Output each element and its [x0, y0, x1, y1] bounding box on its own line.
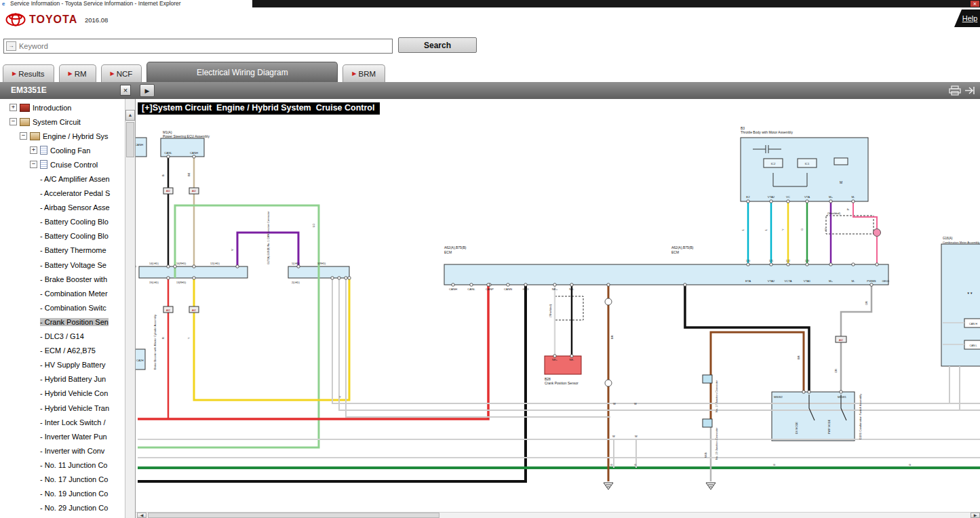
tree-item-no-19-junction-co[interactable]: - No. 19 Junction Co [0, 487, 125, 501]
tree-item-inverter-with-conv[interactable]: - Inverter with Conv [0, 443, 125, 458]
diagram-label: Y [339, 395, 341, 399]
expand-icon[interactable]: + [9, 104, 17, 111]
diagram-label: W [634, 402, 637, 405]
tree-item-cooling-fan[interactable]: +Cooling Fan [0, 143, 125, 157]
tab-rm[interactable]: ▶RM [59, 64, 96, 82]
tree-item-label: - A/C Amplifier Assen [40, 175, 110, 183]
expand-icon[interactable]: + [30, 146, 37, 154]
wiring-diagram-svg: M1(A)Power Steering ECU AssemblyCANLCANH… [136, 115, 980, 512]
sidebar-toggle-button[interactable]: ▶ [140, 84, 155, 97]
diagram-label: No. 19 Junction Connector [715, 427, 718, 460]
tab-arrow-icon: ▶ [352, 71, 356, 77]
tree-item-a-c-amplifier-assen[interactable]: - A/C Amplifier Assen [0, 172, 125, 186]
tree-item-battery-thermome[interactable]: - Battery Thermome [0, 243, 125, 258]
keyword-input[interactable] [18, 39, 392, 53]
diagram-wire [339, 278, 980, 410]
diagram-node [193, 277, 195, 279]
diagram-label: ▼▼ [967, 292, 973, 295]
tree-item-accelerator-pedal-s[interactable]: - Accelerator Pedal S [0, 186, 125, 201]
diagram-label: Brake Booster with Master Cylinder Assem… [153, 315, 157, 370]
scroll-left-icon[interactable]: ◀ [137, 513, 146, 518]
diagram-label: M- [851, 279, 855, 283]
tree-item-no-29-junction-co[interactable]: - No. 29 Junction Co [0, 501, 125, 515]
tree-item-cruise-control[interactable]: −Cruise Control [0, 157, 125, 172]
tree-item-engine-hybrid-sys[interactable]: −Engine / Hybrid Sys [0, 129, 125, 143]
diagram-label: Y [187, 337, 191, 339]
diagram-node [840, 391, 842, 393]
tree-item-hybrid-battery-jun[interactable]: - Hybrid Battery Jun [0, 372, 125, 386]
diagram-label: CAN H [969, 323, 977, 325]
diagram-node [470, 283, 473, 286]
ie-icon: e [2, 1, 8, 7]
tab-results[interactable]: ▶Results [3, 64, 54, 82]
tree-item-system-circuit[interactable]: −System Circuit [0, 115, 125, 129]
tree-item-label: Cruise Control [50, 161, 98, 169]
diagram-node [806, 200, 808, 203]
tree-item-hybrid-vehicle-con[interactable]: - Hybrid Vehicle Con [0, 386, 125, 401]
export-arrow-icon[interactable] [964, 85, 976, 96]
diagram-label: Power Steering ECU Assembly [163, 134, 210, 138]
tree-item-label: - No. 19 Junction Co [40, 490, 108, 498]
scroll-right-icon[interactable]: ▶ [971, 513, 980, 518]
tab-bar: ▶Results▶RM▶NCFElectrical Wiring Diagram… [0, 62, 980, 82]
print-icon[interactable] [949, 85, 961, 96]
tree-item-label: Introduction [33, 104, 71, 112]
diagram-label: W [635, 435, 638, 438]
diagram-label: IC2 [771, 162, 776, 165]
diagram-box [826, 216, 874, 234]
diagram-node [605, 298, 612, 305]
tab-label: Results [18, 70, 44, 78]
diagram-label: G [634, 463, 636, 466]
diagram-title: [+]System Circuit Engine / Hybrid System… [138, 102, 380, 115]
collapse-icon[interactable]: − [30, 161, 37, 168]
tab-electrical-wiring-diagram[interactable]: Electrical Wiring Diagram [146, 62, 338, 82]
diagram-label: CANH [136, 143, 143, 146]
diagram-label: 122 [786, 260, 790, 262]
tree-item-no-17-junction-co[interactable]: - No. 17 Junction Co [0, 472, 125, 486]
diagram-label: G17(A),G18(B) No. 1 CAN Junction Connect… [267, 211, 270, 264]
diagram-box [834, 158, 848, 165]
diagram-node [874, 229, 881, 237]
window-close-button[interactable]: ✕ [971, 1, 979, 7]
horizontal-scroll-thumb[interactable] [148, 513, 439, 518]
tree-item-no-11-junction-co[interactable]: - No. 11 Junction Co [0, 458, 125, 472]
sidebar-close-button[interactable]: × [120, 85, 131, 96]
tree-item-airbag-sensor-asse[interactable]: - Airbag Sensor Asse [0, 201, 125, 215]
diagram-wire [346, 278, 610, 417]
diagram-wire [138, 205, 319, 447]
diagram-label: ETA [745, 279, 751, 283]
diagram-label: G [800, 228, 804, 231]
tab-brm[interactable]: ▶BRM [342, 64, 385, 82]
window-controls-strip: ✕ [252, 0, 980, 7]
tree-item-battery-voltage-se[interactable]: - Battery Voltage Se [0, 258, 125, 272]
tree-item-crank-position-sen[interactable]: - Crank Position Sen [0, 315, 125, 329]
tree-item-dlc3-g14[interactable]: - DLC3 / G14 [0, 330, 125, 344]
tree-item-combination-meter[interactable]: - Combination Meter [0, 286, 125, 300]
tree-item-inverter-water-pun[interactable]: - Inverter Water Pun [0, 429, 125, 443]
ground-symbol [604, 483, 613, 490]
tree-item-brake-booster-with[interactable]: - Brake Booster with [0, 272, 125, 286]
search-button[interactable]: Search [398, 37, 477, 53]
diagram-label: R [161, 337, 165, 339]
tree-item-label: - Hybrid Vehicle Con [40, 389, 108, 397]
help-button[interactable]: Help [954, 9, 980, 27]
tree-item-battery-cooling-blo[interactable]: - Battery Cooling Blo [0, 229, 125, 243]
collapse-icon[interactable]: − [9, 118, 17, 125]
tree-item-introduction[interactable]: +Introduction [0, 100, 125, 115]
tree-item-label: - Hybrid Vehicle Tran [40, 404, 109, 412]
collapse-icon[interactable]: − [20, 132, 27, 140]
tree-item-combination-switc[interactable]: - Combination Switc [0, 300, 125, 315]
tree-item-inter-lock-switch[interactable]: - Inter Lock Switch / [0, 415, 125, 429]
tree-item-ecm-a62-b75[interactable]: - ECM / A62,B75 [0, 344, 125, 358]
tab-ncf[interactable]: ▶NCF [101, 64, 142, 82]
diagram-label: 123 [805, 260, 809, 262]
tree-item-hv-supply-battery[interactable]: - HV Supply Battery [0, 358, 125, 372]
scroll-up-icon[interactable]: ▲ [125, 110, 135, 121]
tree-item-hybrid-vehicle-tran[interactable]: - Hybrid Vehicle Tran [0, 401, 125, 415]
sidebar-scroll-thumb[interactable] [126, 122, 134, 157]
diagram-node [684, 283, 686, 286]
diagram-label: W [613, 402, 616, 405]
horizontal-scrollbar[interactable]: ◀ ▶ [136, 512, 980, 518]
sidebar-scrollbar[interactable]: ▲ [125, 99, 135, 518]
tree-item-battery-cooling-blo[interactable]: - Battery Cooling Blo [0, 215, 125, 229]
